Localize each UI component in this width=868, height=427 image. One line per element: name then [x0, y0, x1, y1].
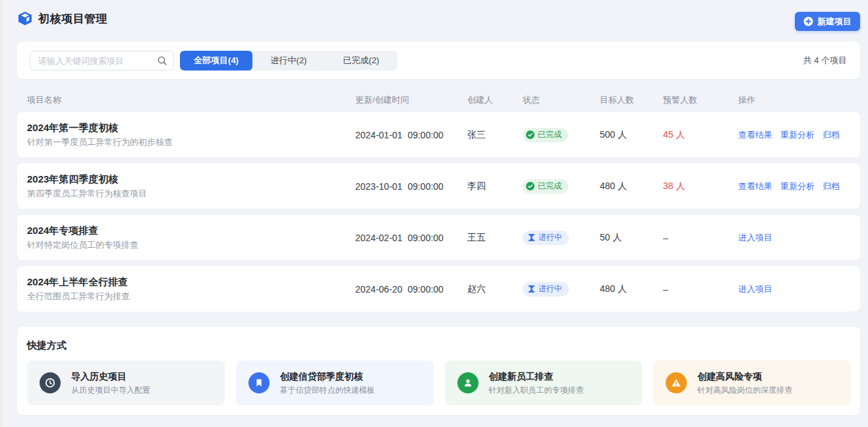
- column-header-warning: 预警人数: [663, 94, 697, 106]
- tab-all-projects[interactable]: 全部项目(4): [180, 51, 252, 71]
- page-header: 初核项目管理 新建项目: [17, 12, 860, 32]
- project-name-cell: 2024年第一季度初核 针对第一季度员工异常行为的初步核查: [27, 112, 173, 157]
- status-badge: 进行中: [523, 282, 569, 297]
- view-results-link[interactable]: 查看结果: [738, 129, 772, 141]
- enter-project-link[interactable]: 进入项目: [738, 232, 772, 244]
- shortcut-title-text: 创建信贷部季度初核: [280, 371, 375, 382]
- table-row: 2024年上半年全行排查 全行范围员工异常行为排查 2024-06-20 09:…: [17, 266, 860, 312]
- table-row: 2024年专项排查 针对特定岗位员工的专项排查 2024-02-01 09:00…: [17, 215, 860, 260]
- warning-count: 45 人: [663, 112, 685, 157]
- shortcuts-title: 快捷方式: [27, 339, 67, 352]
- shortcut-high-risk-special[interactable]: 创建高风险专项 针对高风险岗位的深度排查: [653, 360, 851, 405]
- column-header-action: 操作: [738, 94, 755, 106]
- target-count: 480 人: [600, 163, 627, 209]
- enter-project-link[interactable]: 进入项目: [738, 283, 772, 295]
- shortcut-desc-text: 从历史项目中导入配置: [71, 385, 150, 395]
- actions-cell: 进入项目: [738, 266, 772, 312]
- shortcut-credit-dept-review[interactable]: 创建信贷部季度初核 基于信贷部特点的快速模板: [236, 360, 434, 405]
- warning-count: –: [663, 266, 668, 312]
- column-header-status: 状态: [523, 94, 540, 106]
- actions-cell: 进入项目: [738, 215, 772, 260]
- toolbar-card: 全部项目(4) 进行中(2) 已完成(2) 共 4 个项目: [17, 42, 860, 79]
- shortcut-new-employee-check[interactable]: 创建新员工排查 针对新入职员工的专项排查: [445, 360, 643, 405]
- page: 初核项目管理 新建项目 全部项目(4) 进行中(2) 已完成(2) 共 4 个项…: [0, 0, 868, 427]
- column-header-time: 更新/创建时间: [355, 94, 409, 106]
- warning-count: –: [663, 215, 668, 260]
- shortcut-title-text: 导入历史项目: [71, 371, 150, 382]
- filter-tabs: 全部项目(4) 进行中(2) 已完成(2): [180, 51, 397, 71]
- table-row: 2023年第四季度初核 第四季度员工异常行为核查项目 2023-10-01 09…: [17, 163, 860, 209]
- clock-icon: [40, 372, 61, 393]
- status-label: 已完成: [538, 181, 562, 192]
- bookmark-icon: [248, 372, 270, 393]
- tab-completed[interactable]: 已完成(2): [325, 51, 397, 71]
- project-title: 2024年专项排查: [27, 225, 98, 237]
- hourglass-icon: [528, 285, 535, 293]
- project-name-cell: 2024年上半年全行排查 全行范围员工异常行为排查: [27, 266, 130, 312]
- shortcut-tiles: 导入历史项目 从历史项目中导入配置 创建信贷部季度初核 基于信贷部特点的快速模板: [27, 360, 851, 405]
- plus-circle-icon: [803, 16, 813, 26]
- project-name-cell: 2024年专项排查 针对特定岗位员工的专项排查: [27, 215, 138, 260]
- search-icon: [158, 56, 167, 65]
- left-edge-strip: [0, 0, 3, 427]
- box-icon: [17, 11, 33, 26]
- project-description: 全行范围员工异常行为排查: [27, 291, 130, 302]
- column-header-name: 项目名称: [27, 94, 61, 106]
- warning-icon: [666, 372, 687, 393]
- update-time: 2024-06-20 09:00:00: [355, 266, 444, 312]
- shortcut-desc-text: 针对新入职员工的专项排查: [489, 385, 584, 395]
- check-circle-icon: [526, 130, 535, 139]
- status-label: 进行中: [538, 283, 562, 295]
- column-header-target: 目标人数: [600, 94, 634, 106]
- shortcut-desc-text: 针对高风险岗位的深度排查: [697, 385, 792, 395]
- status-cell: 已完成: [523, 112, 568, 157]
- status-cell: 进行中: [523, 215, 569, 260]
- shortcut-import-history[interactable]: 导入历史项目 从历史项目中导入配置: [27, 360, 225, 405]
- page-title: 初核项目管理: [38, 11, 107, 26]
- column-header-creator: 创建人: [467, 94, 493, 106]
- update-time: 2024-02-01 09:00:00: [355, 215, 444, 260]
- shortcut-title-text: 创建高风险专项: [697, 371, 792, 382]
- reanalyze-link[interactable]: 重新分析: [780, 129, 815, 141]
- project-description: 针对特定岗位员工的专项排查: [27, 240, 138, 250]
- creator: 张三: [467, 112, 486, 157]
- project-name-cell: 2023年第四季度初核 第四季度员工异常行为核查项目: [27, 163, 147, 209]
- archive-link[interactable]: 归档: [823, 181, 840, 192]
- status-badge: 已完成: [523, 128, 568, 142]
- creator: 李四: [467, 163, 486, 209]
- actions-cell: 查看结果 重新分析 归档: [738, 112, 840, 157]
- status-badge: 已完成: [523, 179, 568, 194]
- reanalyze-link[interactable]: 重新分析: [780, 181, 815, 192]
- new-project-button[interactable]: 新建项目: [795, 12, 860, 31]
- check-circle-icon: [526, 182, 535, 190]
- actions-cell: 查看结果 重新分析 归档: [738, 163, 840, 209]
- project-description: 第四季度员工异常行为核查项目: [27, 188, 147, 199]
- creator: 赵六: [467, 266, 486, 312]
- hourglass-icon: [528, 234, 535, 241]
- target-count: 480 人: [600, 266, 627, 312]
- status-cell: 进行中: [523, 266, 569, 312]
- new-project-button-label: 新建项目: [817, 16, 852, 28]
- shortcut-title-text: 创建新员工排查: [489, 371, 584, 382]
- update-time: 2023-10-01 09:00:00: [355, 163, 444, 209]
- archive-link[interactable]: 归档: [823, 129, 840, 141]
- table-row: 2024年第一季度初核 针对第一季度员工异常行为的初步核查 2024-01-01…: [17, 112, 860, 157]
- shortcuts-card: 快捷方式 导入历史项目 从历史项目中导入配置: [17, 327, 860, 415]
- status-badge: 进行中: [523, 231, 569, 245]
- creator: 王五: [467, 215, 486, 260]
- status-label: 进行中: [538, 232, 562, 243]
- warning-count: 38 人: [663, 163, 685, 209]
- tab-in-progress[interactable]: 进行中(2): [252, 51, 325, 71]
- search-input[interactable]: [30, 56, 158, 66]
- view-results-link[interactable]: 查看结果: [738, 181, 772, 192]
- status-label: 已完成: [538, 129, 562, 140]
- project-title: 2024年上半年全行排查: [27, 276, 128, 289]
- project-title: 2023年第四季度初核: [27, 173, 118, 186]
- project-description: 针对第一季度员工异常行为的初步核查: [27, 137, 173, 148]
- shortcut-desc-text: 基于信贷部特点的快速模板: [280, 385, 375, 395]
- project-title: 2024年第一季度初核: [27, 122, 118, 134]
- total-project-count: 共 4 个项目: [803, 42, 847, 79]
- user-icon: [457, 372, 478, 393]
- target-count: 50 人: [600, 215, 622, 260]
- status-cell: 已完成: [523, 163, 568, 209]
